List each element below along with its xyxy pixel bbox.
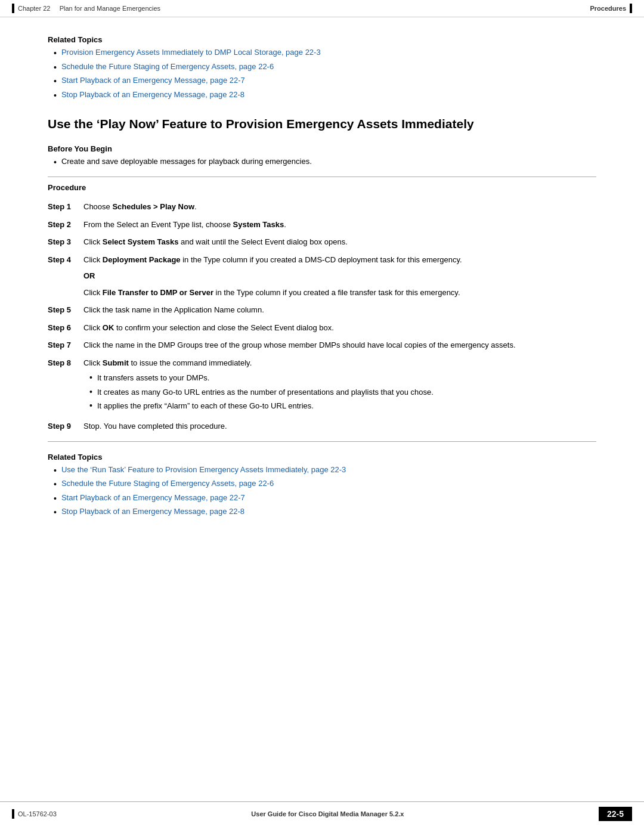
footer-left: OL-15762-03	[12, 809, 57, 819]
step-content: Click Deployment Package in the Type col…	[83, 251, 596, 302]
table-row: Step 1 Choose Schedules > Play Now.	[48, 198, 596, 216]
footer-doc-id: OL-15762-03	[18, 810, 57, 817]
footer-black-bar	[12, 809, 14, 819]
step-label: Step 5	[48, 301, 83, 319]
link-4[interactable]: Stop Playback of an Emergency Message, p…	[61, 90, 244, 99]
top-related-topics: Related Topics Provision Emergency Asset…	[48, 35, 596, 101]
step-sub-bullets: It transfers assets to your DMPs. It cre…	[83, 372, 592, 412]
main-content: Related Topics Provision Emergency Asset…	[0, 17, 644, 539]
list-item: Start Playback of an Emergency Message, …	[54, 76, 596, 88]
table-row: Step 5 Click the task name in the Applic…	[48, 301, 596, 319]
table-row: Step 7 Click the name in the DMP Groups …	[48, 336, 596, 354]
before-you-begin-label: Before You Begin	[48, 144, 596, 153]
table-row: Step 3 Click Select System Tasks and wai…	[48, 233, 596, 251]
table-row: Step 6 Click OK to confirm your selectio…	[48, 319, 596, 337]
step-content: Choose Schedules > Play Now.	[83, 198, 596, 216]
list-item: Schedule the Future Staging of Emergency…	[54, 62, 596, 74]
bottom-related-topics-list: Use the ‘Run Task’ Feature to Provision …	[48, 465, 596, 519]
page-wrapper: Chapter 22 Plan for and Manage Emergenci…	[0, 0, 644, 833]
list-item: Stop Playback of an Emergency Message, p…	[54, 90, 596, 102]
list-item: It creates as many Go-to URL entries as …	[89, 386, 592, 398]
footer: OL-15762-03 User Guide for Cisco Digital…	[0, 801, 644, 821]
step-label: Step 1	[48, 198, 83, 216]
list-item: Stop Playback of an Emergency Message, p…	[54, 507, 596, 519]
link-2[interactable]: Schedule the Future Staging of Emergency…	[61, 62, 274, 71]
steps-table: Step 1 Choose Schedules > Play Now. Step…	[48, 198, 596, 435]
header-right-black-bar	[630, 4, 632, 13]
procedure-header: Procedure	[48, 183, 596, 192]
link-3[interactable]: Start Playback of an Emergency Message, …	[61, 76, 245, 85]
header-bar: Chapter 22 Plan for and Manage Emergenci…	[0, 0, 644, 17]
list-item: It applies the prefix “Alarm” to each of…	[89, 400, 592, 412]
step-content: Stop. You have completed this procedure.	[83, 417, 596, 435]
bottom-related-topics-label: Related Topics	[48, 453, 596, 462]
step-label: Step 4	[48, 251, 83, 302]
step-content: Click OK to confirm your selection and c…	[83, 319, 596, 337]
footer-page-number: 22-5	[599, 807, 632, 821]
table-row: Step 2 From the Select an Event Type lis…	[48, 216, 596, 234]
top-related-topics-label: Related Topics	[48, 35, 596, 44]
before-you-begin: Before You Begin Create and save deploya…	[48, 144, 596, 169]
procedure-block: Procedure Step 1 Choose Schedules > Play…	[48, 176, 596, 441]
step-label: Step 6	[48, 319, 83, 337]
step-content: Click the name in the DMP Groups tree of…	[83, 336, 596, 354]
table-row: Step 9 Stop. You have completed this pro…	[48, 417, 596, 435]
step-content: From the Select an Event Type list, choo…	[83, 216, 596, 234]
step-content: Click Select System Tasks and wait until…	[83, 233, 596, 251]
step-label: Step 3	[48, 233, 83, 251]
list-item: Start Playback of an Emergency Message, …	[54, 493, 596, 505]
section-heading: Use the ‘Play Now’ Feature to Provision …	[48, 116, 596, 132]
table-row: Step 4 Click Deployment Package in the T…	[48, 251, 596, 302]
header-left: Chapter 22 Plan for and Manage Emergenci…	[12, 4, 160, 13]
step-label: Step 8	[48, 354, 83, 417]
header-black-bar	[12, 4, 14, 13]
header-chapter: Chapter 22 Plan for and Manage Emergenci…	[18, 5, 160, 12]
bottom-link-2[interactable]: Schedule the Future Staging of Emergency…	[61, 479, 274, 488]
list-item: Use the ‘Run Task’ Feature to Provision …	[54, 465, 596, 477]
step-content: Click the task name in the Application N…	[83, 301, 596, 319]
bottom-link-3[interactable]: Start Playback of an Emergency Message, …	[61, 493, 245, 502]
bottom-link-4[interactable]: Stop Playback of an Emergency Message, p…	[61, 507, 244, 516]
footer-center: User Guide for Cisco Digital Media Manag…	[57, 810, 599, 817]
list-item: It transfers assets to your DMPs.	[89, 372, 592, 384]
list-item: Create and save deployable messages for …	[54, 157, 596, 169]
step-label: Step 7	[48, 336, 83, 354]
step-label: Step 2	[48, 216, 83, 234]
or-block: OR	[83, 270, 592, 282]
bottom-related-topics: Related Topics Use the ‘Run Task’ Featur…	[48, 453, 596, 519]
step-content: Click Submit to issue the command immedi…	[83, 354, 596, 417]
link-1[interactable]: Provision Emergency Assets Immediately t…	[61, 48, 321, 57]
header-right: Procedures	[590, 4, 632, 13]
step-label: Step 9	[48, 417, 83, 435]
before-you-begin-list: Create and save deployable messages for …	[48, 157, 596, 169]
bottom-link-1[interactable]: Use the ‘Run Task’ Feature to Provision …	[61, 465, 346, 474]
top-related-topics-list: Provision Emergency Assets Immediately t…	[48, 48, 596, 101]
list-item: Provision Emergency Assets Immediately t…	[54, 48, 596, 60]
table-row: Step 8 Click Submit to issue the command…	[48, 354, 596, 417]
list-item: Schedule the Future Staging of Emergency…	[54, 479, 596, 491]
